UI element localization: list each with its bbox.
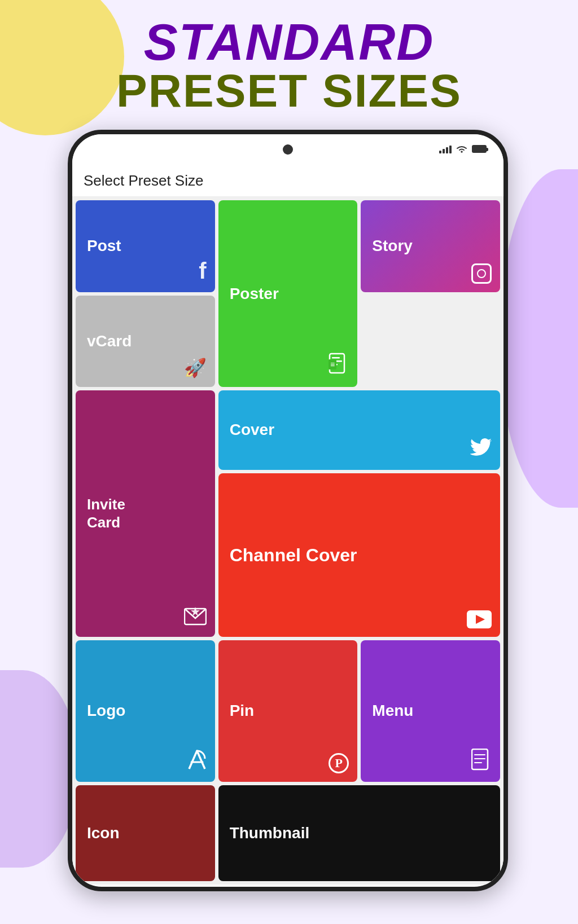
- preset-item-post[interactable]: Post f: [76, 200, 215, 292]
- preset-item-invite-card[interactable]: InviteCard: [76, 390, 215, 637]
- preset-item-logo[interactable]: Logo: [76, 640, 215, 782]
- preset-item-poster[interactable]: Poster ≡: [218, 200, 358, 387]
- svg-text:≡: ≡: [330, 360, 335, 369]
- preset-label-pin: Pin: [230, 701, 255, 720]
- signal-bar-1: [439, 151, 441, 153]
- header-line2: PRESET SIZES: [0, 68, 578, 114]
- preset-label-icon: Icon: [87, 824, 120, 843]
- preset-label-post: Post: [87, 236, 121, 256]
- preset-item-menu[interactable]: Menu: [361, 640, 500, 782]
- preset-label-poster: Poster: [230, 284, 279, 303]
- preset-label-logo: Logo: [87, 701, 125, 720]
- app-header: Select Preset Size: [72, 165, 503, 197]
- header-section: STANDARD PRESET SIZES: [0, 17, 578, 114]
- document-icon: ≡: [329, 353, 349, 379]
- battery-icon: [472, 145, 487, 153]
- svg-rect-2: [332, 357, 340, 359]
- pinterest-icon: P: [329, 753, 349, 773]
- preset-label-story: Story: [372, 236, 413, 256]
- camera-dot: [283, 144, 293, 155]
- status-bar: [439, 144, 487, 153]
- envelope-icon: [184, 606, 207, 628]
- logo-mark-icon: [185, 749, 209, 773]
- phone-notch: [72, 134, 503, 165]
- svg-point-0: [461, 151, 463, 153]
- rocket-icon: 🚀: [184, 357, 207, 379]
- bg-decoration-purple-left: [0, 670, 79, 868]
- instagram-icon: [471, 263, 492, 284]
- wifi-icon: [456, 145, 467, 153]
- preset-item-story[interactable]: Story: [361, 200, 500, 292]
- preset-item-pin[interactable]: Pin P: [218, 640, 358, 782]
- bg-decoration-purple-right: [499, 169, 578, 508]
- signal-bar-2: [443, 149, 445, 153]
- preset-item-thumbnail[interactable]: Thumbnail: [218, 785, 500, 882]
- preset-label-cover: Cover: [230, 420, 274, 439]
- twitter-icon: [470, 438, 492, 461]
- preset-label-channel-cover: Channel Cover: [230, 544, 357, 566]
- menu-doc-icon: [471, 749, 492, 773]
- youtube-icon: [467, 610, 492, 628]
- phone-frame: Select Preset Size Post f Poster ≡: [68, 130, 508, 891]
- preset-item-cover[interactable]: Cover: [218, 390, 500, 470]
- facebook-icon: f: [199, 258, 206, 284]
- header-line1: STANDARD: [0, 17, 578, 68]
- signal-bar-3: [446, 147, 448, 153]
- preset-grid: Post f Poster ≡ Story: [72, 197, 503, 885]
- signal-bars-icon: [439, 144, 452, 153]
- preset-item-icon[interactable]: Icon: [76, 785, 215, 882]
- preset-label-invite-card: InviteCard: [87, 496, 125, 531]
- preset-label-thumbnail: Thumbnail: [230, 824, 310, 843]
- preset-label-vcard: vCard: [87, 332, 132, 351]
- signal-bar-4: [449, 146, 452, 153]
- app-title: Select Preset Size: [84, 172, 492, 190]
- preset-item-channel-cover[interactable]: Channel Cover: [218, 473, 500, 637]
- preset-item-vcard[interactable]: vCard 🚀: [76, 296, 215, 388]
- preset-label-menu: Menu: [372, 701, 413, 720]
